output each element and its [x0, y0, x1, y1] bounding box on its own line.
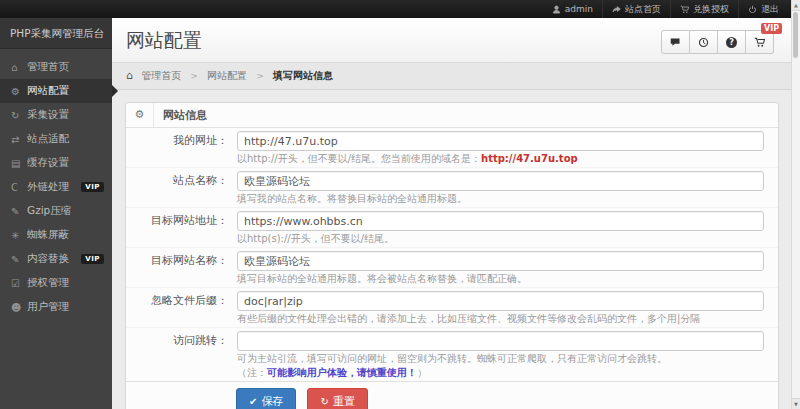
field-ignore-ext: 忽略文件后缀： 有些后缀的文件处理会出错的，请添加上去，比如压缩文件、视频文件等… — [126, 288, 778, 328]
site-info-panel: ⚙ 网站信息 我的网址： 以http://开头，但不要以/结尾。您当前使用的域名… — [125, 102, 779, 409]
topbar-admin-label: admin — [565, 4, 593, 14]
field-hint: 填写目标站的全站通用标题。将会被站点名称替换，请匹配正确。 — [237, 273, 764, 285]
breadcrumb-home-link[interactable]: 管理首页 — [141, 70, 181, 81]
question-icon: ? — [726, 37, 737, 48]
cart-icon — [680, 5, 689, 14]
save-button[interactable]: ✔ 保存 — [236, 388, 296, 409]
field-label: 目标网站地址： — [126, 211, 228, 245]
topbar-logout-label: 退出 — [761, 3, 779, 16]
field-hint: 以http://开头，但不要以/结尾。您当前使用的域名是：http://47.u… — [237, 153, 764, 165]
breadcrumb-site-config-link[interactable]: 网站配置 — [207, 70, 247, 81]
breadcrumb-separator: > — [256, 71, 264, 81]
field-label: 站点名称： — [126, 171, 228, 205]
field-visit-redirect: 访问跳转： 可为主站引流，填写可访问的网址，留空则为不跳转。蜘蛛可正常爬取，只有… — [126, 328, 778, 381]
shop-button[interactable]: VIP — [746, 30, 774, 54]
breadcrumb-separator: > — [190, 71, 198, 81]
topbar-exchange-license-label: 兑换授权 — [693, 3, 729, 16]
cart-icon — [754, 37, 765, 48]
topbar: admin 站点首页 兑换授权 退出 — [0, 0, 800, 18]
clock-icon — [698, 37, 709, 48]
page-scrollbar[interactable]: ▲ ▼ — [791, 0, 800, 409]
check-icon: ✔ — [249, 397, 257, 407]
collect-icon: ↻ — [11, 110, 27, 121]
gear-icon: ⚙ — [126, 103, 154, 127]
breadcrumb: ⌂ 管理首页 > 网站配置 > 填写网站信息 — [112, 63, 792, 90]
field-label: 访问跳转： — [126, 331, 228, 379]
current-domain-highlight: http://47.u7u.top — [481, 153, 578, 164]
admin-app: admin 站点首页 兑换授权 退出 PHP采集网管理后台 ⌂ 管理首页 — [0, 0, 800, 409]
field-label: 忽略文件后缀： — [126, 291, 228, 325]
sidebar-item-license-manage[interactable]: ☑ 授权管理 — [0, 271, 112, 295]
field-hint: 可为主站引流，填写可访问的网址，留空则为不跳转。蜘蛛可正常爬取，只有正常访问才会… — [237, 353, 764, 365]
sidebar-item-spider-block[interactable]: ✳ 蜘蛛屏蔽 — [0, 223, 112, 247]
field-note: （注：可能影响用户体验，请慎重使用！） — [237, 367, 764, 379]
sidebar-menu: ⌂ 管理首页 ⚙ 网站配置 ↻ 采集设置 ⇄ 站点适配 ▤ 缓存设置 C — [0, 49, 112, 319]
topbar-admin[interactable]: admin — [543, 0, 602, 18]
topbar-right-menu: admin 站点首页 兑换授权 退出 — [543, 0, 788, 18]
external-link-icon: C — [11, 182, 27, 193]
history-button[interactable] — [690, 30, 718, 54]
field-label: 我的网址： — [126, 131, 228, 165]
gear-icon: ⚙ — [11, 86, 27, 97]
topbar-site-home[interactable]: 站点首页 — [602, 0, 670, 18]
visit-redirect-input[interactable] — [237, 331, 764, 351]
replace-icon: ✎ — [11, 254, 27, 265]
field-hint: 填写我的站点名称。将替换目标站的全站通用标题。 — [237, 193, 764, 205]
sidebar-item-user-manage[interactable]: ☻ 用户管理 — [0, 295, 112, 319]
reset-button[interactable]: ↻ 重置 — [307, 388, 367, 409]
sidebar-item-site-adapt[interactable]: ⇄ 站点适配 — [0, 127, 112, 151]
spider-icon: ✳ — [11, 230, 27, 241]
app-brand: PHP采集网管理后台 — [0, 18, 112, 49]
sidebar-item-cache-settings[interactable]: ▤ 缓存设置 — [0, 151, 112, 175]
site-info-form: 我的网址： 以http://开头，但不要以/结尾。您当前使用的域名是：http:… — [126, 128, 778, 381]
power-icon — [748, 5, 757, 14]
message-icon — [670, 37, 681, 48]
sidebar: PHP采集网管理后台 ⌂ 管理首页 ⚙ 网站配置 ↻ 采集设置 ⇄ 站点适配 ▤… — [0, 18, 112, 409]
my-url-input[interactable] — [237, 131, 764, 151]
sidebar-item-home[interactable]: ⌂ 管理首页 — [0, 55, 112, 79]
field-target-url: 目标网站地址： 以http(s)://开头，但不要以/结尾。 — [126, 208, 778, 248]
vip-badge: VIP — [81, 254, 104, 264]
home-icon: ⌂ — [126, 69, 133, 82]
topbar-site-home-label: 站点首页 — [625, 3, 661, 16]
refresh-icon: ↻ — [320, 397, 328, 407]
vip-badge: VIP — [81, 182, 104, 192]
adapt-icon: ⇄ — [11, 134, 27, 145]
sidebar-item-content-replace[interactable]: ✎ 内容替换 VIP — [0, 247, 112, 271]
field-site-name: 站点名称： 填写我的站点名称。将替换目标站的全站通用标题。 — [126, 168, 778, 208]
panel-header: ⚙ 网站信息 — [126, 103, 778, 128]
field-my-url: 我的网址： 以http://开头，但不要以/结尾。您当前使用的域名是：http:… — [126, 128, 778, 168]
home-icon: ⌂ — [11, 62, 27, 73]
license-icon: ☑ — [11, 278, 27, 289]
breadcrumb-current: 填写网站信息 — [273, 70, 333, 81]
sidebar-item-gzip[interactable]: ✎ Gzip压缩 — [0, 199, 112, 223]
sidebar-item-external-links[interactable]: C 外链处理 VIP — [0, 175, 112, 199]
cache-icon: ▤ — [11, 158, 27, 169]
target-name-input[interactable] — [237, 251, 764, 271]
scroll-down-icon[interactable]: ▼ — [792, 398, 800, 409]
user-icon — [552, 5, 561, 14]
compress-icon: ✎ — [11, 206, 27, 217]
site-home-icon — [612, 5, 621, 14]
topbar-exchange-license[interactable]: 兑换授权 — [670, 0, 738, 18]
ignore-ext-input[interactable] — [237, 291, 764, 311]
sidebar-item-site-config[interactable]: ⚙ 网站配置 — [0, 79, 112, 103]
header-actions: ? VIP — [661, 30, 774, 54]
main-area: 网站配置 ? VIP ⌂ 管理首页 > 网站配置 — [112, 18, 792, 409]
target-url-input[interactable] — [237, 211, 764, 231]
vip-badge: VIP — [761, 23, 782, 34]
site-name-input[interactable] — [237, 171, 764, 191]
sidebar-item-collect-settings[interactable]: ↻ 采集设置 — [0, 103, 112, 127]
users-icon: ☻ — [11, 302, 27, 313]
help-button[interactable]: ? — [718, 30, 746, 54]
scroll-up-icon[interactable]: ▲ — [792, 0, 800, 11]
topbar-logout[interactable]: 退出 — [738, 0, 788, 18]
message-button[interactable] — [661, 30, 690, 54]
field-hint: 以http(s)://开头，但不要以/结尾。 — [237, 233, 764, 245]
panel-footer: ✔ 保存 ↻ 重置 — [126, 381, 778, 409]
field-target-name: 目标网站名称： 填写目标站的全站通用标题。将会被站点名称替换，请匹配正确。 — [126, 248, 778, 288]
field-hint: 有些后缀的文件处理会出错的，请添加上去，比如压缩文件、视频文件等修改会乱码的文件… — [237, 313, 764, 325]
scrollbar-thumb[interactable] — [793, 12, 798, 58]
content: ⚙ 网站信息 我的网址： 以http://开头，但不要以/结尾。您当前使用的域名… — [112, 90, 792, 409]
panel-title: 网站信息 — [154, 108, 207, 123]
